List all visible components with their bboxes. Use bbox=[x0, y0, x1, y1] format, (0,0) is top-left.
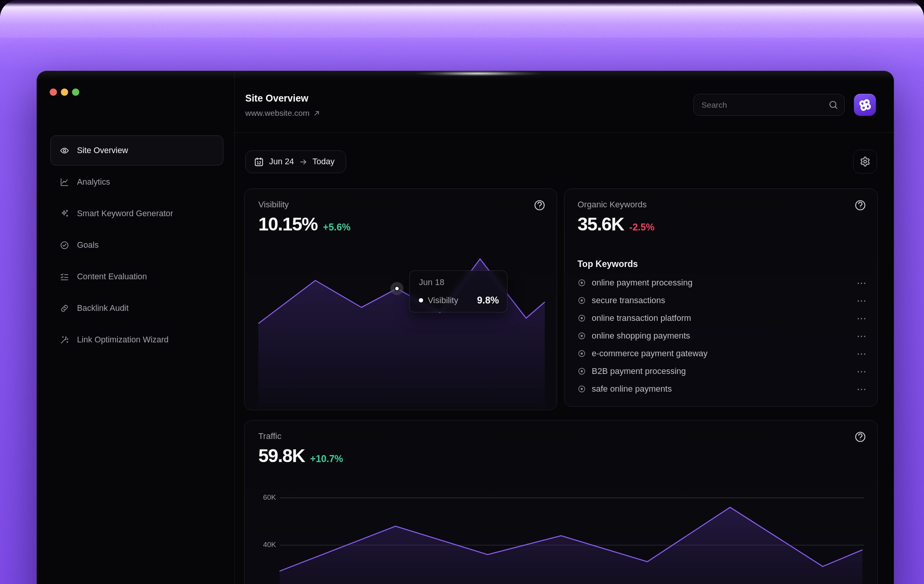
keyword-row[interactable]: online shopping payments⋯ bbox=[578, 327, 867, 345]
keyword-label: B2B payment processing bbox=[592, 366, 686, 376]
zoom-window-button[interactable] bbox=[72, 88, 79, 96]
search-icon bbox=[828, 100, 839, 110]
keyword-label: safe online payments bbox=[592, 384, 672, 394]
visibility-area-chart[interactable] bbox=[244, 189, 557, 410]
tooltip-series-name: Visibility bbox=[428, 295, 458, 305]
organic-keywords-delta: -2.5% bbox=[629, 222, 654, 233]
traffic-area-chart[interactable] bbox=[244, 420, 877, 584]
wand-icon bbox=[60, 335, 69, 345]
sidebar-item-label: Link Optimization Wizard bbox=[77, 335, 169, 345]
gear-icon bbox=[860, 156, 870, 167]
date-range-picker[interactable]: 12 Jun 24 Today bbox=[245, 150, 346, 173]
organic-keywords-value: 35.6K bbox=[578, 214, 624, 235]
sidebar-item-content-evaluation[interactable]: Content Evaluation bbox=[50, 262, 223, 292]
keyword-row[interactable]: online transaction platform⋯ bbox=[578, 309, 867, 327]
main-content: Site Overview www.website.com 12 bbox=[235, 71, 894, 584]
window-controls bbox=[50, 88, 79, 96]
calendar-icon: 12 bbox=[254, 157, 264, 167]
sidebar: Site OverviewAnalyticsSmart Keyword Gene… bbox=[37, 71, 235, 584]
chart-tooltip: Jun 18 Visibility 9.8% bbox=[409, 270, 507, 312]
arrow-right-icon bbox=[299, 158, 308, 166]
search-field-wrap bbox=[693, 94, 845, 116]
sidebar-item-label: Analytics bbox=[77, 177, 110, 187]
top-keywords-heading: Top Keywords bbox=[578, 259, 638, 269]
sidebar-item-label: Goals bbox=[77, 240, 99, 250]
traffic-card: Traffic 59.8K +10.7% 60K 40K bbox=[244, 420, 878, 584]
chart-line-icon bbox=[60, 177, 69, 187]
external-link-icon bbox=[313, 110, 320, 117]
circle-dot-icon bbox=[578, 367, 586, 375]
keyword-row[interactable]: B2B payment processing⋯ bbox=[578, 362, 867, 380]
site-url-link[interactable]: www.website.com bbox=[245, 108, 320, 118]
sidebar-item-backlink-audit[interactable]: Backlink Audit bbox=[50, 293, 223, 323]
sidebar-item-site-overview[interactable]: Site Overview bbox=[50, 135, 223, 165]
sidebar-item-link-optimization-wizard[interactable]: Link Optimization Wizard bbox=[50, 325, 223, 355]
site-url: www.website.com bbox=[245, 108, 310, 118]
date-end: Today bbox=[313, 157, 335, 167]
sidebar-item-label: Site Overview bbox=[77, 146, 128, 155]
circle-dot-icon bbox=[578, 332, 586, 340]
organic-keywords-card: Organic Keywords 35.6K -2.5% Top Keyword… bbox=[564, 189, 878, 407]
sidebar-item-goals[interactable]: Goals bbox=[50, 230, 223, 260]
settings-button[interactable] bbox=[853, 150, 877, 174]
close-window-button[interactable] bbox=[50, 88, 57, 96]
keyword-label: online transaction platform bbox=[592, 313, 691, 323]
sidebar-item-smart-keyword-generator[interactable]: Smart Keyword Generator bbox=[50, 199, 223, 229]
keyword-label: online payment processing bbox=[592, 278, 693, 288]
app-window: Site OverviewAnalyticsSmart Keyword Gene… bbox=[37, 71, 894, 584]
keyword-label: online shopping payments bbox=[592, 331, 690, 341]
keyword-label: secure transactions bbox=[592, 295, 665, 305]
sidebar-nav: Site OverviewAnalyticsSmart Keyword Gene… bbox=[50, 135, 223, 356]
keywords-list: online payment processing⋯secure transac… bbox=[578, 274, 867, 398]
search-input[interactable] bbox=[693, 94, 845, 116]
visibility-card: Visibility 10.15% +5.6% bbox=[244, 189, 557, 410]
keyword-label: e-commerce payment gateway bbox=[592, 349, 708, 359]
svg-text:12: 12 bbox=[257, 160, 261, 165]
goal-icon bbox=[60, 240, 69, 250]
tooltip-date: Jun 18 bbox=[419, 277, 444, 287]
app-logo-button[interactable] bbox=[854, 94, 876, 116]
circle-dot-icon bbox=[578, 279, 586, 287]
sidebar-item-analytics[interactable]: Analytics bbox=[50, 167, 223, 197]
circle-dot-icon bbox=[578, 296, 586, 305]
keyword-row[interactable]: secure transactions⋯ bbox=[578, 292, 867, 309]
circle-dot-icon bbox=[578, 314, 586, 322]
tooltip-series-dot-icon bbox=[419, 298, 423, 302]
link-icon bbox=[60, 304, 69, 313]
keyword-row[interactable]: safe online payments⋯ bbox=[578, 380, 867, 398]
chart-marker-dot bbox=[395, 286, 399, 291]
keyword-row[interactable]: online payment processing⋯ bbox=[578, 274, 867, 292]
header-divider bbox=[235, 132, 894, 133]
keyword-row[interactable]: e-commerce payment gateway⋯ bbox=[578, 345, 867, 362]
sidebar-item-label: Content Evaluation bbox=[77, 272, 147, 282]
page-title: Site Overview bbox=[245, 93, 308, 104]
list-checks-icon bbox=[60, 272, 69, 282]
sidebar-item-label: Smart Keyword Generator bbox=[77, 209, 173, 219]
pinwheel-logo-icon bbox=[858, 98, 872, 112]
minimize-window-button[interactable] bbox=[61, 88, 68, 96]
sparkles-icon bbox=[60, 209, 69, 219]
circle-dot-icon bbox=[578, 385, 586, 393]
tooltip-value: 9.8% bbox=[477, 295, 499, 306]
help-icon[interactable] bbox=[854, 199, 866, 211]
organic-keywords-title: Organic Keywords bbox=[578, 200, 647, 210]
date-start: Jun 24 bbox=[269, 157, 294, 167]
circle-dot-icon bbox=[578, 349, 586, 358]
sidebar-item-label: Backlink Audit bbox=[77, 304, 129, 313]
eye-icon bbox=[60, 146, 69, 155]
